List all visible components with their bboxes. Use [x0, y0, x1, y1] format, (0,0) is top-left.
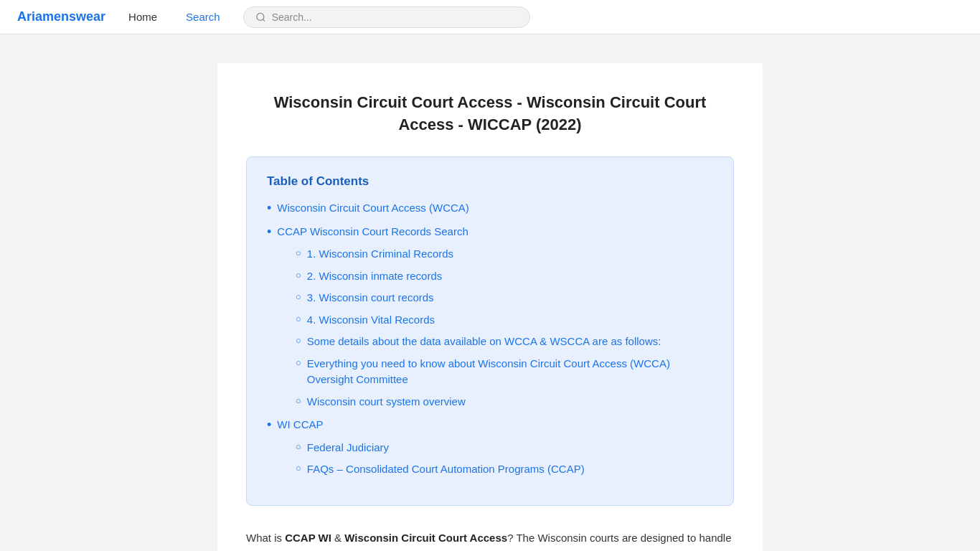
search-icon — [255, 11, 266, 23]
svg-point-0 — [257, 13, 264, 20]
body-paragraph: What is CCAP WI & Wisconsin Circuit Cour… — [246, 529, 734, 551]
table-of-contents-box: Table of Contents • Wisconsin Circuit Co… — [246, 156, 734, 506]
toc-sub-item-7: ○ Wisconsin court system overview — [267, 394, 713, 410]
body-wcca: Wisconsin Circuit Court Access — [344, 532, 507, 544]
nav-home[interactable]: Home — [123, 8, 163, 26]
toc-sub-item-6: ○ Everything you need to know about Wisc… — [267, 356, 713, 388]
circle-dot-federal: ○ — [296, 440, 301, 454]
search-bar — [243, 6, 530, 28]
toc-link-federal[interactable]: Federal Judiciary — [307, 440, 389, 456]
toc-link-vital[interactable]: 4. Wisconsin Vital Records — [307, 312, 435, 329]
bullet-dot-2: • — [267, 224, 271, 240]
toc-sub-item-5: ○ Some details about the data available … — [267, 334, 713, 350]
toc-top-item-3: • WI CCAP ○ Federal Judiciary ○ FAQs – C… — [267, 417, 713, 477]
toc-link-details[interactable]: Some details about the data available on… — [307, 334, 661, 350]
toc-list: • Wisconsin Circuit Court Access (WCCA) … — [267, 200, 713, 478]
circle-dot-4: ○ — [296, 312, 301, 326]
body-text-start: What is — [246, 532, 285, 544]
circle-dot-faqs: ○ — [296, 461, 301, 476]
navbar: Ariamenswear Home Search — [0, 0, 980, 34]
bullet-dot-1: • — [267, 200, 271, 217]
toc-link-criminal[interactable]: 1. Wisconsin Criminal Records — [307, 246, 453, 263]
toc-link-oversight[interactable]: Everything you need to know about Wiscon… — [307, 356, 713, 388]
toc-link-system-overview[interactable]: Wisconsin court system overview — [307, 394, 466, 410]
toc-sub-item-faqs: ○ FAQs – Consolidated Court Automation P… — [267, 461, 713, 478]
toc-sub-item-1: ○ 1. Wisconsin Criminal Records — [267, 246, 713, 263]
svg-line-1 — [263, 19, 265, 21]
toc-sub-item-3: ○ 3. Wisconsin court records — [267, 290, 713, 306]
body-ccap-wi: CCAP WI — [285, 532, 331, 544]
toc-sub-item-4: ○ 4. Wisconsin Vital Records — [267, 312, 713, 329]
circle-dot-1: ○ — [296, 246, 301, 260]
toc-link-inmate[interactable]: 2. Wisconsin inmate records — [307, 268, 442, 285]
toc-heading: Table of Contents — [267, 174, 713, 189]
toc-link-wcca[interactable]: Wisconsin Circuit Court Access (WCCA) — [277, 200, 469, 217]
bullet-dot-3: • — [267, 417, 271, 433]
toc-sub-item-federal: ○ Federal Judiciary — [267, 440, 713, 456]
brand-logo[interactable]: Ariamenswear — [17, 9, 105, 24]
circle-dot-3: ○ — [296, 290, 301, 304]
toc-top-item-1: • Wisconsin Circuit Court Access (WCCA) — [267, 200, 713, 217]
toc-link-court-records[interactable]: 3. Wisconsin court records — [307, 290, 434, 306]
toc-top-item-2: • CCAP Wisconsin Court Records Search ○ … — [267, 224, 713, 410]
circle-dot-2: ○ — [296, 268, 301, 283]
search-input[interactable] — [272, 11, 518, 23]
content-container: Wisconsin Circuit Court Access - Wiscons… — [217, 63, 763, 551]
circle-dot-5: ○ — [296, 334, 301, 348]
page-wrapper: Wisconsin Circuit Court Access - Wiscons… — [0, 34, 980, 551]
circle-dot-6: ○ — [296, 356, 301, 370]
toc-link-ccap[interactable]: CCAP Wisconsin Court Records Search — [277, 224, 468, 240]
toc-link-wiccap[interactable]: WI CCAP — [277, 417, 323, 433]
body-ampersand: & — [331, 532, 344, 544]
page-title: Wisconsin Circuit Court Access - Wiscons… — [246, 92, 734, 136]
circle-dot-7: ○ — [296, 394, 301, 408]
toc-link-faqs[interactable]: FAQs – Consolidated Court Automation Pro… — [307, 461, 585, 478]
toc-sub-item-2: ○ 2. Wisconsin inmate records — [267, 268, 713, 285]
nav-search[interactable]: Search — [180, 8, 226, 26]
